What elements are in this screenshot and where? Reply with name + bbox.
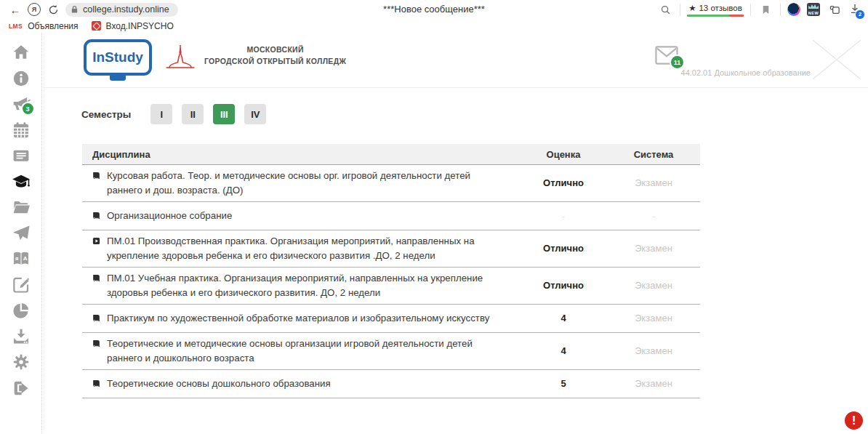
discipline-name: Организационное собрание (107, 209, 232, 223)
bookmarks-bar: LMS Объявления Вход.INPSYCHO (0, 19, 868, 33)
close-icon[interactable] (808, 37, 865, 82)
sidebar-item-home[interactable] (12, 43, 31, 62)
bookmark-item-inpsycho[interactable]: Вход.INPSYCHO (89, 21, 177, 31)
search-button[interactable] (657, 1, 673, 17)
mail-button[interactable]: 11 (654, 44, 680, 67)
sidebar-item-files[interactable] (12, 198, 31, 217)
search-icon (660, 4, 671, 15)
sidebar-item-downloads[interactable] (12, 327, 31, 346)
system-value: Экзамен (607, 313, 700, 324)
table-row[interactable]: Курсовая работа. Теор. и методические ос… (82, 165, 700, 202)
table-row[interactable]: Практикум по художественной обработке ма… (82, 305, 700, 333)
browser-toolbar: ← Я college.instudy.online ***Новое сооб… (0, 0, 868, 19)
grade-value: 4 (520, 313, 607, 324)
bookmark-label: Объявления (28, 21, 78, 31)
discipline-name: Теоретические и методические основы орга… (107, 337, 494, 366)
semester-I-button[interactable]: I (150, 104, 172, 124)
downloads-badge: 2 (855, 9, 865, 20)
semester-IV-button[interactable]: IV (244, 104, 266, 124)
sidebar-item-dictionary[interactable]: Aя (12, 249, 31, 268)
sidebar-item-statistics[interactable] (12, 301, 31, 320)
star-icon: ★ (688, 3, 696, 13)
reviews-count: 13 отзывов (699, 4, 742, 12)
grades-table: Дисциплина Оценка Система Курсовая работ… (82, 144, 700, 398)
extensions-button[interactable] (827, 1, 843, 17)
downloads-button[interactable]: 2 (849, 3, 861, 17)
semester-III-button[interactable]: III (213, 104, 235, 124)
discipline-name: Теоретические основы дошкольного образов… (107, 377, 331, 391)
grade-value: Отлично (520, 177, 607, 188)
sidebar-item-info[interactable] (12, 69, 31, 88)
college-building-icon (164, 40, 197, 72)
sidebar-item-logout[interactable] (12, 379, 31, 398)
rating-bar (687, 15, 744, 17)
discipline-name: ПМ.01 Производственная практика. Организ… (107, 234, 494, 263)
statistics-icon (12, 301, 31, 320)
table-row[interactable]: Теоретические и методические основы орга… (82, 333, 700, 370)
discipline-name: Практикум по художественной обработке ма… (107, 311, 489, 326)
extensions-icon (829, 4, 841, 16)
divider (750, 4, 751, 16)
sidebar-item-messages[interactable] (12, 224, 31, 243)
address-bar[interactable]: college.instudy.online (65, 3, 178, 17)
play-icon (92, 236, 101, 246)
system-value: Экзамен (607, 378, 700, 389)
table-row[interactable]: Организационное собрание - - (82, 202, 700, 230)
app-area: 3Aя InStudy МОСКОВСКИЙ ГОРОДСКОЙ ОТКРЫТЫ… (0, 33, 868, 434)
sidebar-item-calendar[interactable] (12, 121, 31, 140)
refresh-icon (48, 4, 59, 15)
files-icon (12, 198, 31, 217)
logout-icon (12, 379, 31, 398)
sidebar-item-settings[interactable] (12, 353, 31, 371)
column-header-discipline: Дисциплина (82, 149, 520, 160)
settings-icon (12, 353, 31, 371)
bookmark-flag-button[interactable] (758, 1, 773, 17)
content-header: InStudy МОСКОВСКИЙ ГОРОДСКОЙ ОТКРЫТЫЙ КО… (41, 33, 868, 88)
reviews-widget[interactable]: ★ 13 отзывов (687, 3, 744, 17)
instudy-logo[interactable]: InStudy (84, 39, 152, 76)
grades-table-body: Курсовая работа. Теор. и методические ос… (82, 165, 700, 398)
table-row[interactable]: Теоретические основы дошкольного образов… (82, 370, 700, 398)
back-button[interactable]: ← (7, 1, 23, 17)
book-icon (92, 171, 101, 180)
notification-badge: 3 (21, 102, 35, 116)
sidebar-item-courses[interactable] (12, 172, 31, 191)
grade-value: Отлично (520, 280, 607, 291)
table-row[interactable]: ПМ.01 Производственная практика. Организ… (82, 230, 700, 268)
book-icon (92, 379, 101, 388)
extension-circle-icon[interactable] (787, 3, 800, 16)
semesters-label: Семестры (81, 109, 131, 120)
browser-window: ← Я college.instudy.online ***Новое сооб… (0, 0, 868, 434)
refresh-button[interactable] (45, 1, 61, 17)
compose-icon (12, 276, 31, 294)
home-icon (12, 43, 31, 62)
grade-value: 5 (520, 378, 607, 389)
book-icon (92, 211, 101, 220)
courses-icon (12, 172, 31, 191)
svg-text:я: я (15, 255, 17, 262)
lms-icon: LMS (9, 23, 23, 30)
sidebar-item-compose[interactable] (12, 276, 31, 294)
bookmark-item-announcements[interactable]: LMS Объявления (6, 21, 81, 31)
mail-badge: 11 (670, 55, 685, 70)
college-name-line2: ГОРОДСКОЙ ОТКРЫТЫЙ КОЛЛЕДЖ (204, 56, 346, 68)
sidebar-item-announcements[interactable]: 3 (12, 95, 31, 113)
semester-II-button[interactable]: II (182, 104, 204, 124)
extension-new-icon[interactable]: NEW (807, 3, 820, 16)
column-header-system: Система (607, 149, 700, 160)
sidebar: 3Aя (0, 33, 42, 434)
table-header: Дисциплина Оценка Система (82, 144, 700, 165)
system-value: - (607, 212, 700, 220)
sidebar-item-gradebook[interactable] (12, 146, 31, 165)
dictionary-icon: Aя (12, 249, 31, 268)
table-row[interactable]: ПМ.01 Учебная практика. Организация меро… (82, 268, 700, 305)
book-icon (92, 313, 101, 323)
semester-switcher: Семестры IIIIIIIV (81, 104, 276, 124)
system-value: Экзамен (607, 280, 700, 291)
alert-button[interactable]: ! (845, 411, 863, 430)
tab-title: ***Новое сообщение*** (383, 4, 485, 15)
downloads-icon (12, 327, 31, 346)
messages-icon (12, 224, 31, 243)
profile-button[interactable]: Я (28, 3, 41, 16)
svg-text:A: A (23, 255, 27, 262)
